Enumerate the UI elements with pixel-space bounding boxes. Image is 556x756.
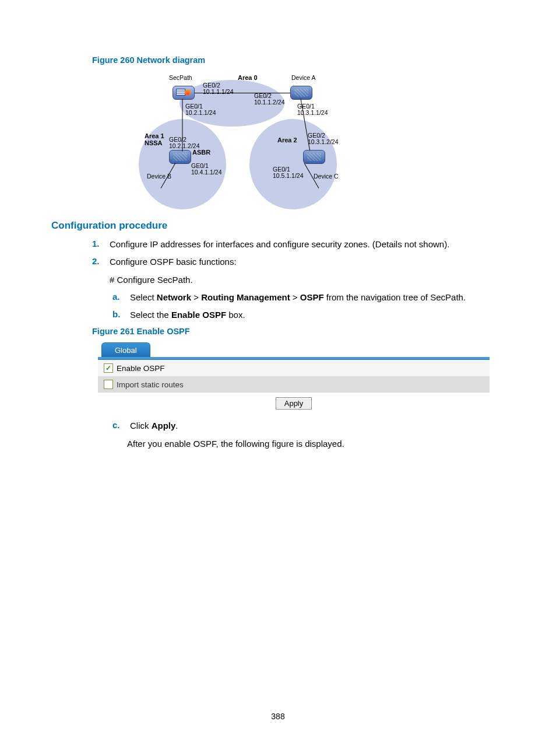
step-2-text: Configure OSPF basic functions: [110,256,237,268]
area-1-label-line1: Area 1 [145,132,164,139]
step-2-number: 2. [92,256,104,268]
device-a-ge02-text: GE0/2 10.1.1.2/24 [254,93,285,106]
substep-a-text: Select Network > Routing Management > OS… [130,292,466,303]
tab-global[interactable]: Global [101,342,150,357]
device-c-ge01-text: GE0/1 10.5.1.1/24 [273,166,304,179]
substep-c-letter: c. [112,420,124,432]
secpath-ge01-text: GE0/1 10.2.1.1/24 [185,103,216,116]
figure-260-caption: Figure 260 Network diagram [92,55,505,65]
substep-b-text: Select the Enable OSPF box. [130,309,245,321]
import-static-label: Import static routes [117,380,184,389]
device-c-ge02-text: GE0/2 10.3.1.2/24 [308,132,339,145]
secpath-label: SecPath [169,75,192,81]
figure-261-caption: Figure 261 Enable OSPF [92,327,505,336]
device-b-icon [169,150,191,164]
device-a-icon [290,86,312,100]
device-c-icon [303,150,325,164]
page-number: 388 [0,712,556,721]
device-a-ge01-text: GE0/1 10.3.1.1/24 [297,103,328,116]
enable-ospf-row: Enable OSPF [98,360,490,376]
device-a-label: Device A [291,75,315,81]
device-b-ge02-text: GE0/2 10.2.1.2/24 [169,136,200,149]
apply-button[interactable]: Apply [276,397,312,410]
import-static-checkbox[interactable] [104,380,113,389]
secpath-device-icon [173,86,195,100]
substep-c-after-text: After you enable OSPF, the following fig… [127,438,505,450]
area-0-label: Area 0 [238,74,258,81]
configuration-procedure-heading: Configuration procedure [51,220,505,232]
enable-ospf-checkbox[interactable] [104,363,113,373]
enable-ospf-label: Enable OSPF [117,364,165,373]
network-diagram: Area 0 Area 1 NSSA Area 2 SecPath Device… [98,69,325,204]
ospf-global-panel: Global Enable OSPF Import static routes … [98,341,490,411]
import-static-row: Import static routes [98,376,490,393]
substep-c-text: Click Apply. [130,420,178,432]
substep-b-letter: b. [112,309,124,321]
asbr-label: ASBR [192,149,210,156]
tab-bar: Global [98,341,490,358]
substep-a-letter: a. [112,292,124,303]
area-2-label: Area 2 [277,136,297,144]
area-1-label-line2: NSSA [145,139,163,146]
step-1-number: 1. [92,239,104,250]
device-c-label: Device C [314,173,339,180]
secpath-ge02-text: GE0/2 10.1.1.1/24 [203,82,234,95]
step-1-text: Configure IP addresses for interfaces an… [110,239,449,250]
configure-secpath-line: # Configure SecPath. [110,274,505,286]
device-b-ge01-text: GE0/1 10.4.1.1/24 [191,163,222,176]
